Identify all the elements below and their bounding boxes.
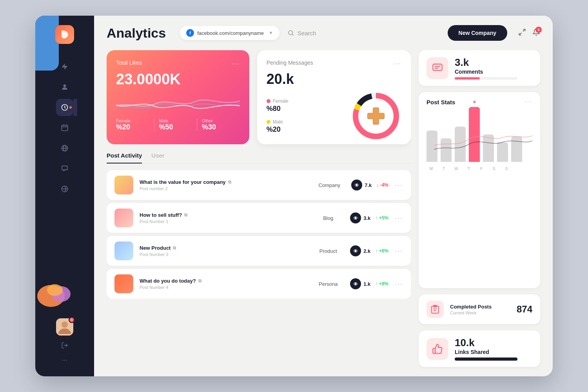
- male-stat: Male %50: [154, 118, 198, 131]
- svg-line-17: [292, 34, 293, 35]
- chart-bar[interactable]: [483, 134, 494, 162]
- post-more-menu[interactable]: ···: [395, 280, 403, 288]
- completed-label: Completed Posts: [450, 304, 510, 310]
- dashboard-icon: [61, 63, 69, 71]
- chart-bar[interactable]: [511, 136, 522, 162]
- links-bar: [455, 358, 517, 361]
- notification-button[interactable]: 6: [532, 28, 540, 38]
- comments-info: 3.k Comments: [455, 56, 517, 80]
- bar-group: [483, 134, 494, 162]
- search-bar[interactable]: Search: [287, 29, 440, 36]
- pending-value: 20.k: [267, 71, 401, 87]
- tab-post-activity[interactable]: Post Activity: [107, 152, 142, 163]
- sidebar: 6 ···: [35, 16, 94, 376]
- svg-line-19: [519, 33, 522, 35]
- chart-bar[interactable]: [455, 127, 466, 162]
- post-category: Blog: [312, 215, 344, 221]
- app-container: 6 ··· Analytics f facebook.com/companyna…: [35, 16, 553, 376]
- post-stats-row: 1.k ↑ +8%: [350, 278, 388, 289]
- bar-group: [497, 142, 508, 162]
- sidebar-item-globe2[interactable]: [56, 180, 73, 198]
- post-row: What do you do today? ⧉ Post Number 4 Pe…: [107, 269, 411, 299]
- post-subtitle: Post number 2: [140, 186, 307, 191]
- day-label: T: [439, 167, 448, 171]
- comments-card: 3.k Comments: [419, 50, 540, 86]
- links-value: 10.k: [455, 337, 517, 349]
- post-category: Company: [314, 182, 345, 188]
- page-title: Analytics: [107, 25, 166, 41]
- sidebar-item-calendar[interactable]: [56, 119, 73, 136]
- chart-bar[interactable]: [441, 138, 452, 162]
- external-link-icon[interactable]: ⧉: [228, 180, 231, 185]
- sidebar-item-clock[interactable]: [56, 99, 73, 116]
- pending-messages-card: Pending Messages ··· 20.k Female: [257, 50, 411, 144]
- external-link-icon[interactable]: ⧉: [198, 278, 201, 283]
- chart-bar[interactable]: [426, 131, 437, 162]
- pending-body: Female %80 Male %20: [267, 91, 401, 142]
- activity-section: Post Activity User What is the value for…: [107, 152, 411, 367]
- total-likes-card: Total Likes ··· 23.0000K: [107, 50, 249, 144]
- post-stats-card: Post Stats ··· ★ MTWTFSS: [419, 92, 540, 288]
- url-selector[interactable]: f facebook.com/companyname ▼: [180, 26, 279, 40]
- logout-button[interactable]: [61, 342, 68, 350]
- trend-indicator: ↑ +8%: [375, 281, 388, 287]
- user-avatar-container[interactable]: 6: [56, 318, 73, 336]
- completed-posts-card: Completed Posts Current Week 874: [419, 294, 540, 324]
- bar-group: [441, 138, 452, 162]
- sidebar-item-chat[interactable]: [56, 160, 73, 177]
- external-link-icon[interactable]: ⧉: [184, 212, 187, 218]
- chart-bar[interactable]: [497, 142, 508, 162]
- post-more-menu[interactable]: ···: [395, 247, 403, 255]
- logo-icon: [59, 29, 70, 40]
- views-icon: [350, 278, 361, 289]
- svg-rect-2: [62, 125, 68, 131]
- post-title: New Product ⧉: [140, 245, 306, 251]
- bar-group: [426, 131, 437, 162]
- post-row: How to sell stuff? ⧉ Post Number 1 Blog …: [107, 203, 411, 233]
- post-title: What do you do today? ⧉: [140, 278, 306, 284]
- header-icons: 6: [518, 28, 540, 38]
- post-more-menu[interactable]: ···: [395, 181, 403, 189]
- pending-header: Pending Messages ···: [267, 60, 401, 68]
- right-column: 3.k Comments Post Stats ···: [419, 50, 540, 367]
- chart-day-labels: MTWTFSS: [426, 167, 532, 171]
- svg-point-29: [355, 217, 357, 219]
- total-likes-menu[interactable]: ···: [232, 60, 240, 68]
- active-dot: [69, 106, 72, 109]
- post-list: What is the value for your company ⧉ Pos…: [107, 170, 411, 299]
- expand-button[interactable]: [518, 28, 526, 38]
- day-label: W: [452, 167, 461, 171]
- tab-user[interactable]: User: [151, 152, 164, 163]
- sidebar-item-dashboard[interactable]: [56, 58, 73, 75]
- post-more-menu[interactable]: ···: [395, 214, 403, 222]
- new-company-button[interactable]: New Company: [448, 25, 507, 41]
- external-link-icon[interactable]: ⧉: [173, 245, 176, 250]
- completed-info: Completed Posts Current Week: [450, 304, 510, 315]
- post-stats-menu[interactable]: ···: [525, 98, 532, 105]
- links-icon-box: [426, 338, 448, 360]
- star-indicator: ★: [472, 99, 477, 105]
- top-cards-row: Total Likes ··· 23.0000K: [107, 50, 411, 144]
- post-title: What is the value for your company ⧉: [140, 179, 307, 185]
- post-views: 2.k: [350, 245, 370, 256]
- chart-bar[interactable]: [469, 107, 480, 162]
- sidebar-item-globe[interactable]: [56, 140, 73, 157]
- comments-icon: [432, 63, 443, 74]
- sidebar-item-user[interactable]: [56, 78, 73, 96]
- svg-rect-32: [433, 64, 442, 70]
- post-subtitle: Post Number 3: [140, 252, 306, 257]
- views-count: 3.k: [363, 215, 370, 221]
- post-row: What is the value for your company ⧉ Pos…: [107, 170, 411, 200]
- trend-indicator: ↑ +5%: [375, 215, 388, 221]
- female-dot: [267, 99, 270, 103]
- notification-badge: 6: [535, 27, 542, 33]
- user-icon: [61, 83, 69, 91]
- sidebar-logo[interactable]: [55, 25, 74, 44]
- more-options-button[interactable]: ···: [62, 357, 67, 364]
- bar-group: [455, 127, 466, 162]
- pending-menu[interactable]: ···: [393, 60, 401, 68]
- post-subtitle: Post Number 1: [140, 219, 306, 224]
- search-icon: [287, 29, 294, 36]
- post-info: What is the value for your company ⧉ Pos…: [140, 179, 307, 191]
- sidebar-nav: [35, 58, 94, 318]
